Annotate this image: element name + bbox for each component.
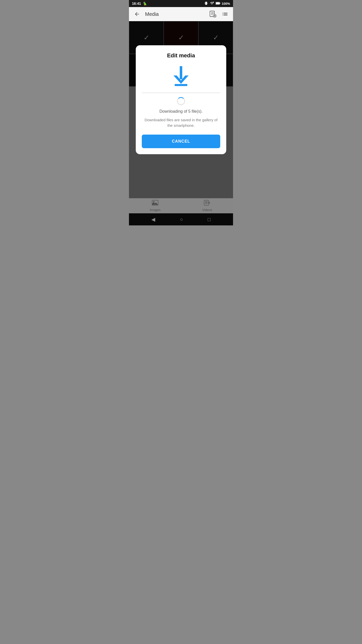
svg-rect-2	[207, 2, 207, 4]
wifi-icon	[210, 1, 214, 6]
loading-spinner	[177, 97, 185, 105]
svg-rect-0	[205, 2, 207, 5]
dialog-title: Edit media	[142, 52, 220, 59]
divider	[142, 93, 220, 93]
edit-media-dialog: Edit media Downloading of 5 file(s). Dow…	[136, 45, 226, 154]
status-left: 16:41 🦜	[132, 2, 147, 6]
download-icon-wrapper	[142, 65, 220, 88]
vibrate-icon	[204, 1, 208, 6]
page-title: Media	[145, 11, 205, 17]
svg-rect-6	[220, 3, 220, 4]
battery-percent: 100%	[222, 2, 230, 6]
time-display: 16:41	[132, 2, 141, 6]
status-bar: 16:41 🦜	[129, 0, 233, 7]
app-bar: Media	[129, 7, 233, 21]
back-button[interactable]	[133, 10, 141, 18]
svg-rect-8	[216, 2, 219, 4]
info-text: Downloaded files are saved in the galler…	[142, 117, 220, 129]
spinner-wrapper	[142, 97, 220, 105]
list-button[interactable]	[221, 10, 229, 18]
app-bar-icons	[209, 10, 229, 18]
status-right: 100%	[204, 1, 230, 6]
downloading-text: Downloading of 5 file(s).	[142, 109, 220, 114]
svg-rect-16	[180, 66, 182, 79]
svg-rect-1	[205, 2, 205, 4]
svg-rect-18	[175, 84, 187, 86]
parrot-icon: 🦜	[143, 2, 147, 6]
cancel-button[interactable]: CANCEL	[142, 135, 220, 148]
download-icon	[171, 65, 191, 88]
download-x-button[interactable]	[209, 10, 217, 18]
battery-icon	[216, 2, 220, 6]
